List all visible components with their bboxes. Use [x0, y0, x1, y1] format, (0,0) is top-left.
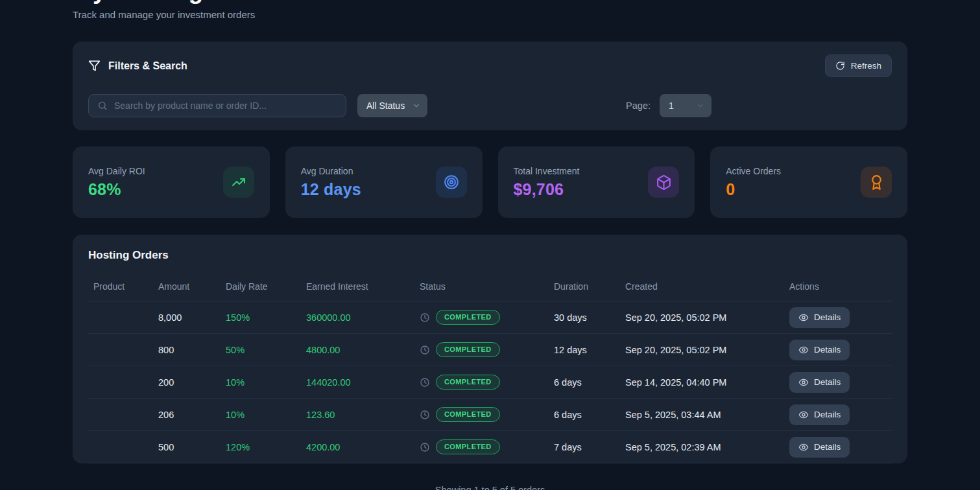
cell-daily-rate: 50% [221, 334, 301, 366]
eye-icon [798, 442, 809, 452]
clock-icon [420, 442, 430, 452]
details-button[interactable]: Details [789, 340, 850, 360]
stat-label: Active Orders [726, 166, 781, 176]
stat-value: 12 days [301, 180, 361, 199]
cell-duration: 6 days [549, 366, 620, 399]
column-header-daily-rate: Daily Rate [221, 274, 301, 301]
cell-duration: 12 days [549, 334, 620, 366]
details-button-label: Details [814, 312, 841, 322]
column-header-product: Product [88, 274, 153, 301]
cell-daily-rate: 10% [221, 366, 301, 399]
cell-duration: 30 days [549, 301, 620, 334]
cell-product [88, 399, 153, 431]
cell-daily-rate: 120% [221, 431, 301, 463]
page-select[interactable]: 1 [660, 94, 711, 117]
stat-card-avg-duration: Avg Duration 12 days [285, 146, 483, 218]
search-box [88, 94, 346, 117]
refresh-button[interactable]: Refresh [825, 54, 892, 77]
cell-product [88, 301, 153, 334]
details-button[interactable]: Details [789, 404, 850, 425]
column-header-amount: Amount [153, 274, 221, 301]
clock-icon [420, 377, 430, 388]
cell-actions: Details [784, 431, 892, 463]
status-filter-select[interactable]: All Status [357, 94, 427, 117]
cell-created: Sep 20, 2025, 05:02 PM [620, 301, 784, 334]
status-filter-value: All Status [366, 100, 405, 111]
cell-status: COMPLETED [414, 301, 549, 334]
table-row: 8,000 150% 360000.00 COMPLETED 30 days [88, 301, 892, 334]
target-icon [436, 167, 467, 198]
page: My Hosting Orders Track and manage your … [0, 0, 980, 490]
trending-up-icon [223, 167, 254, 198]
pagination-summary: Showing 1 to 5 of 5 orders [73, 485, 907, 490]
table-row: 800 50% 4800.00 COMPLETED 12 days [88, 334, 892, 366]
eye-icon [798, 377, 809, 388]
page-subtitle: Track and manage your investment orders [73, 9, 907, 20]
clock-icon [420, 345, 430, 355]
cell-daily-rate: 150% [221, 301, 301, 334]
page-header: My Hosting Orders Track and manage your … [73, 0, 907, 20]
award-icon [861, 167, 892, 198]
chevron-down-icon [412, 101, 421, 110]
details-button-label: Details [814, 345, 841, 355]
details-button-label: Details [814, 442, 841, 452]
orders-table: Product Amount Daily Rate Earned Interes… [88, 274, 892, 463]
eye-icon [798, 312, 809, 323]
details-button-label: Details [814, 410, 841, 419]
status-badge: COMPLETED [436, 439, 500, 454]
stat-value: 68% [88, 180, 145, 199]
column-header-status: Status [414, 274, 549, 301]
table-row: 500 120% 4200.00 COMPLETED 7 days [88, 431, 892, 463]
page-selector-group: Page: 1 [626, 94, 711, 117]
cell-actions: Details [784, 334, 892, 366]
cell-duration: 7 days [549, 431, 620, 463]
orders-title: Hosting Orders [88, 249, 892, 262]
details-button[interactable]: Details [789, 372, 850, 393]
filters-title-label: Filters & Search [108, 60, 187, 72]
cell-product [88, 431, 153, 463]
page-title: My Hosting Orders [73, 0, 907, 5]
search-icon [97, 100, 108, 111]
stat-label: Avg Daily ROI [88, 166, 145, 176]
cell-product [88, 334, 153, 366]
cell-status: COMPLETED [414, 334, 549, 366]
stat-card-active-orders: Active Orders 0 [710, 146, 907, 218]
stat-value: $9,706 [514, 180, 580, 199]
cell-earned-interest: 4200.00 [301, 431, 414, 463]
cell-daily-rate: 10% [221, 399, 301, 431]
status-badge: COMPLETED [436, 342, 500, 357]
cell-earned-interest: 4800.00 [301, 334, 414, 366]
cell-earned-interest: 123.60 [301, 399, 414, 431]
cell-earned-interest: 144020.00 [301, 366, 414, 399]
package-icon [648, 167, 679, 198]
cell-amount: 206 [153, 399, 221, 431]
page-select-value: 1 [669, 100, 674, 111]
details-button[interactable]: Details [789, 307, 850, 328]
eye-icon [798, 345, 809, 355]
stats-row: Avg Daily ROI 68% Avg Duration 12 days [73, 146, 907, 218]
table-header-row: Product Amount Daily Rate Earned Interes… [88, 274, 892, 301]
column-header-actions: Actions [784, 274, 892, 301]
filters-title: Filters & Search [88, 60, 187, 72]
cell-duration: 6 days [549, 399, 620, 431]
cell-earned-interest: 360000.00 [301, 301, 414, 334]
cell-amount: 500 [153, 431, 221, 463]
cell-amount: 8,000 [153, 301, 221, 334]
column-header-created: Created [620, 274, 784, 301]
status-badge: COMPLETED [436, 310, 500, 325]
column-header-earned-interest: Earned Interest [301, 274, 414, 301]
cell-status: COMPLETED [414, 366, 549, 399]
filters-panel: Filters & Search Refresh All [73, 41, 907, 130]
stat-label: Avg Duration [301, 166, 361, 176]
stat-label: Total Investment [514, 166, 580, 176]
cell-created: Sep 5, 2025, 03:44 AM [620, 399, 784, 431]
filter-icon [88, 60, 101, 72]
search-input[interactable] [114, 100, 337, 111]
cell-created: Sep 20, 2025, 05:02 PM [620, 334, 784, 366]
orders-panel: Hosting Orders Product Amount Daily Rate… [73, 235, 907, 463]
cell-actions: Details [784, 366, 892, 399]
clock-icon [420, 410, 430, 420]
page-label: Page: [626, 100, 651, 111]
cell-created: Sep 5, 2025, 02:39 AM [620, 431, 784, 463]
details-button[interactable]: Details [789, 437, 850, 458]
